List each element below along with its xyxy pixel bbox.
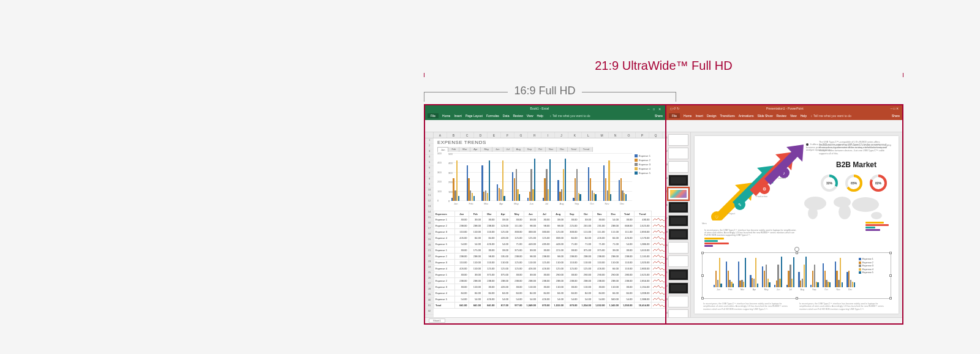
category-tab[interactable]: Aug	[513, 147, 524, 152]
category-tab[interactable]: May	[481, 147, 492, 152]
row-header[interactable]: 13	[425, 205, 434, 210]
ribbon-tab-view[interactable]: View	[790, 114, 797, 118]
category-tab[interactable]: Nov	[546, 147, 557, 152]
ribbon-tab-animations[interactable]: Animations	[739, 114, 754, 118]
row-header[interactable]: 12	[425, 199, 434, 205]
slide-thumb-13[interactable]: 13	[668, 296, 688, 307]
table-row[interactable]: Expense 554.0054.00426.0054.0054.0054.00…	[434, 296, 665, 303]
row-header[interactable]: 26	[425, 276, 434, 282]
row-header[interactable]: 7	[425, 171, 434, 177]
table-row[interactable]: Expense 554.0054.00426.0054.0071.00443.0…	[434, 241, 665, 247]
row-header[interactable]: 29	[425, 293, 434, 298]
category-tab[interactable]: Dec	[557, 147, 568, 152]
table-header[interactable]: Trend	[634, 211, 651, 217]
table-header[interactable]: Dec	[606, 211, 620, 217]
table-row[interactable]: Expense 3110.00110.00110.00125.00333.003…	[434, 229, 665, 235]
row-header[interactable]: 8	[425, 177, 434, 183]
table-total-row[interactable]: Total841.00841.00841.00817.00977.001,049…	[434, 303, 665, 309]
table-header[interactable]: Jan	[455, 211, 469, 217]
row-header[interactable]: 20	[425, 243, 434, 249]
table-row[interactable]: Expense 4426.0084.0084.00426.00125.00125…	[434, 235, 665, 241]
ribbon-file[interactable]: File	[669, 113, 680, 118]
category-tab[interactable]: Total	[568, 147, 579, 152]
table-header[interactable]: Aug	[551, 211, 565, 217]
sheet-tab[interactable]: Sheet1	[429, 318, 445, 323]
slide-thumbnails[interactable]: 1234567891011121314	[666, 132, 691, 317]
row-header[interactable]: 22	[425, 254, 434, 260]
table-row[interactable]: Expense 133.0033.0033.0033.0033.0033.003…	[434, 217, 665, 223]
table-row[interactable]: Expense 4426.00110.00125.00125.00125.004…	[434, 266, 665, 272]
row-header[interactable]: 25	[425, 271, 434, 276]
slide-thumb-10[interactable]: 10	[668, 255, 688, 267]
slide-canvas[interactable]: ♡ ✎ ⚙ ♪ Idea Project Production Launch I…	[695, 136, 899, 314]
table-header[interactable]: Total	[620, 211, 635, 217]
quick-access[interactable]: ◻ ↺ ↻	[670, 107, 679, 110]
ribbon-tab-review[interactable]: Review	[777, 114, 786, 118]
table-row[interactable]: Expense 133.00175.0033.0033.00375.0033.0…	[434, 247, 665, 254]
row-header[interactable]: 28	[425, 287, 434, 293]
ribbon-tab-review[interactable]: Review	[513, 114, 522, 118]
row-header[interactable]: 32	[425, 309, 434, 315]
slide-thumb-11[interactable]: 11	[668, 269, 688, 281]
embedded-chart-object[interactable]: JanFebMarAprMayJunJulAugSepOctNovDec Exp…	[702, 252, 891, 299]
excel-sheet[interactable]: EXPENSE TRENDS JanFebMarAprMayJunJulAugS…	[434, 138, 665, 317]
col-header[interactable]: J	[555, 132, 568, 138]
expense-table[interactable]: ExpensesJanFebMarAprMayJunJulAugSepOctNo…	[434, 211, 665, 317]
table-header[interactable]: Feb	[469, 211, 483, 217]
row-header[interactable]: 30	[425, 298, 434, 304]
row-header[interactable]: 15	[425, 216, 434, 221]
category-tab[interactable]: Jun	[492, 147, 503, 152]
table-row[interactable]: Expense 333.00110.0033.00426.0033.00110.…	[434, 284, 665, 290]
row-header[interactable]: 1	[425, 138, 434, 144]
col-header[interactable]: E	[488, 132, 501, 138]
ribbon-tab-slide show[interactable]: Slide Show	[758, 114, 773, 118]
table-row[interactable]: Expense 2238.00238.00238.00238.00238.002…	[434, 278, 665, 284]
slide-thumb-2[interactable]: 2	[668, 148, 688, 159]
row-header[interactable]: 23	[425, 260, 434, 265]
ribbon-tab-home[interactable]: Home	[442, 114, 450, 118]
row-header[interactable]: 21	[425, 249, 434, 254]
row-header[interactable]: 24	[425, 265, 434, 271]
ribbon-tab-help[interactable]: Help	[537, 114, 543, 118]
category-tab[interactable]: Oct	[535, 147, 546, 152]
col-header[interactable]: G	[514, 132, 528, 138]
ribbon-tab-insert[interactable]: Insert	[695, 114, 703, 118]
slide-thumb-3[interactable]: 3	[668, 161, 688, 173]
rotate-handle-icon[interactable]	[794, 247, 799, 252]
table-header[interactable]: Mar	[483, 211, 497, 217]
row-header[interactable]: 16	[425, 221, 434, 227]
col-header[interactable]: K	[568, 132, 582, 138]
row-header[interactable]: 11	[425, 194, 434, 199]
ribbon-tab-view[interactable]: View	[527, 114, 533, 118]
ribbon-file[interactable]: File	[428, 113, 439, 118]
slide-thumb-1[interactable]: 1	[668, 134, 688, 146]
ribbon-tab-formulas[interactable]: Formulas	[486, 114, 499, 118]
table-header[interactable]: Expenses	[434, 211, 455, 217]
ribbon-tab-help[interactable]: Help	[801, 114, 807, 118]
row-header[interactable]: 2	[425, 144, 434, 149]
category-tab[interactable]: Sep	[524, 147, 535, 152]
col-header[interactable]: H	[528, 132, 541, 138]
table-header[interactable]: Sep	[565, 211, 579, 217]
slide-thumb-14[interactable]: 14	[668, 309, 688, 317]
category-tab[interactable]: Apr	[470, 147, 481, 152]
col-header[interactable]: D	[474, 132, 488, 138]
table-header[interactable]: Apr	[496, 211, 510, 217]
row-header[interactable]: 4	[425, 155, 434, 160]
col-header[interactable]: I	[541, 132, 555, 138]
ribbon-tab-data[interactable]: Data	[503, 114, 510, 118]
excel-toolbar[interactable]	[425, 120, 665, 132]
col-header[interactable]: B	[447, 132, 461, 138]
ribbon-search-hint[interactable]: ♀ Tell me what you want to do	[549, 114, 590, 118]
table-header[interactable]: Jul	[538, 211, 552, 217]
category-tab[interactable]: Jul	[503, 147, 513, 152]
col-header[interactable]: N	[609, 132, 622, 138]
ribbon-tab-design[interactable]: Design	[707, 114, 717, 118]
window-controls-right[interactable]: ─□✕	[647, 107, 662, 110]
ribbon-tab-page layout[interactable]: Page Layout	[466, 114, 483, 118]
row-header[interactable]: 17	[425, 227, 434, 232]
col-header[interactable]: L	[582, 132, 595, 138]
row-header[interactable]: 6	[425, 166, 434, 171]
row-header[interactable]: 19	[425, 238, 434, 243]
row-header[interactable]: 10	[425, 188, 434, 194]
